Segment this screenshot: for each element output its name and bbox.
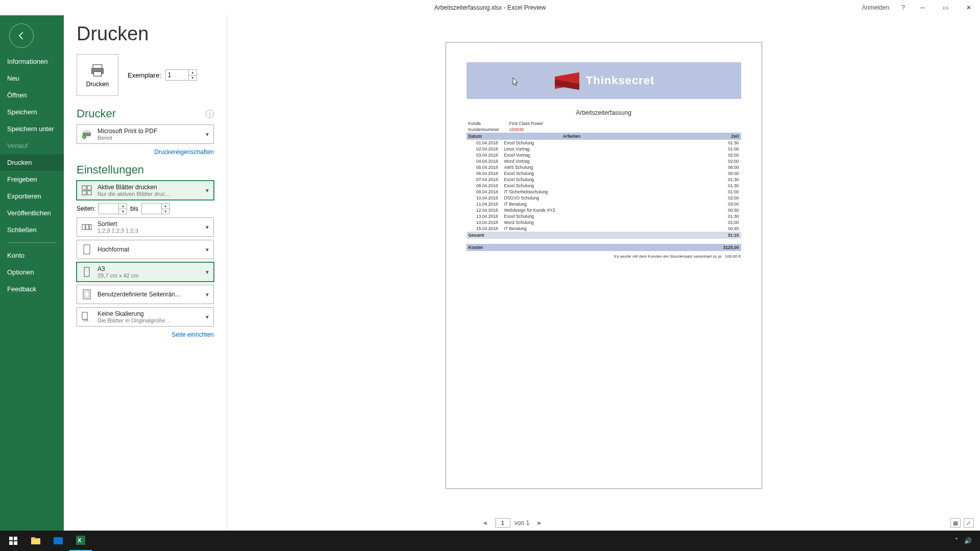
svg-rect-5 xyxy=(84,130,90,133)
sidebar-item-open[interactable]: Öffnen xyxy=(0,87,64,104)
scale-icon: 100 xyxy=(80,310,93,323)
page-setup-link[interactable]: Seite einrichten xyxy=(172,331,214,338)
svg-rect-18 xyxy=(82,312,87,319)
window-title: Arbeitszeiterfassung.xlsx - Excel Previe… xyxy=(434,4,546,11)
printer-info-icon[interactable]: i xyxy=(206,110,214,118)
svg-rect-12 xyxy=(86,224,89,230)
portrait-icon xyxy=(80,243,93,256)
chevron-down-icon: ▼ xyxy=(204,314,210,320)
svg-rect-9 xyxy=(82,191,86,195)
copies-down[interactable]: ▼ xyxy=(189,75,197,81)
table-row: 10.04.2018DSGVO Schulung02:00 xyxy=(467,195,741,201)
backstage-sidebar: Informationen Neu Öffnen Speichern Speic… xyxy=(0,15,64,531)
table-row: 04.04.2018Word Vortrag02:00 xyxy=(467,158,741,164)
sidebar-item-options[interactable]: Optionen xyxy=(0,264,64,281)
help-button[interactable]: ? xyxy=(895,4,911,11)
sidebar-item-publish[interactable]: Veröffentlichen xyxy=(0,205,64,221)
doc-title: Arbeitszeiterfassung xyxy=(467,109,741,116)
chevron-down-icon: ▼ xyxy=(204,188,210,193)
taskbar: X ˄ 🔊 xyxy=(0,531,980,551)
table-row: 12.04.2018Webdesign für Kunde XYZ00:30 xyxy=(467,207,741,213)
sidebar-item-new[interactable]: Neu xyxy=(0,70,64,87)
file-explorer-icon[interactable] xyxy=(24,531,47,551)
copies-input[interactable] xyxy=(166,70,189,80)
table-row: 09.04.2018IT Sicherheitsschulung01:00 xyxy=(467,189,741,195)
sidebar-item-history: Verlauf xyxy=(0,137,64,154)
svg-rect-21 xyxy=(14,537,17,540)
page-number-input[interactable] xyxy=(495,518,510,528)
maximize-button[interactable]: ▭ xyxy=(934,0,957,15)
scaling-dropdown[interactable]: 100 Keine SkalierungDie Blätter in Origi… xyxy=(77,307,214,327)
start-button[interactable] xyxy=(2,531,24,551)
close-button[interactable]: ✕ xyxy=(957,0,980,15)
copies-spinner[interactable]: ▲▼ xyxy=(165,69,197,81)
table-row: 13.04.2018Excel Schulung01:30 xyxy=(467,213,741,219)
printer-dropdown[interactable]: Microsoft Print to PDFBereit ▼ xyxy=(77,124,214,144)
printer-properties-link[interactable]: Druckereigenschaften xyxy=(154,148,214,156)
pages-from-spinner[interactable]: ▲▼ xyxy=(99,203,127,214)
svg-rect-20 xyxy=(9,537,13,540)
tray-volume-icon[interactable]: 🔊 xyxy=(961,537,975,544)
sidebar-item-share[interactable]: Freigeben xyxy=(0,171,64,188)
orientation-dropdown[interactable]: Hochformat ▼ xyxy=(77,240,214,259)
svg-rect-25 xyxy=(31,537,35,539)
copies-up[interactable]: ▲ xyxy=(189,70,197,75)
sidebar-item-print[interactable]: Drucken xyxy=(0,154,64,171)
show-margins-button[interactable]: ▦ xyxy=(950,518,961,528)
next-page-button[interactable]: ► xyxy=(533,518,546,528)
svg-rect-22 xyxy=(9,541,13,545)
title-bar: Arbeitszeiterfassung.xlsx - Excel Previe… xyxy=(0,0,980,15)
panel-title: Drucken xyxy=(77,23,214,45)
margins-dropdown[interactable]: Benutzerdefinierte Seitenrän… ▼ xyxy=(77,285,214,304)
chevron-down-icon: ▼ xyxy=(204,247,210,253)
svg-rect-7 xyxy=(82,186,86,190)
sidebar-item-export[interactable]: Exportieren xyxy=(0,188,64,205)
svg-text:X: X xyxy=(78,537,82,543)
sheets-icon xyxy=(80,184,93,197)
page-preview: Thinksecret Arbeitszeiterfassung KundeFi… xyxy=(446,42,762,489)
table-row: 08.04.2018Excel Schulung01:30 xyxy=(467,183,741,189)
sidebar-item-info[interactable]: Informationen xyxy=(0,53,64,70)
sidebar-item-account[interactable]: Konto xyxy=(0,247,64,264)
taskbar-excel-icon[interactable]: X xyxy=(69,531,92,551)
preview-area: Thinksecret Arbeitszeiterfassung KundeFi… xyxy=(227,15,980,531)
pages-label: Seiten: xyxy=(77,205,95,212)
svg-rect-2 xyxy=(94,71,102,76)
printer-icon xyxy=(80,128,93,141)
svg-rect-17 xyxy=(85,291,89,297)
chevron-down-icon: ▼ xyxy=(204,269,210,275)
table-row: 03.04.2018Excel Vortrag02:00 xyxy=(467,152,741,158)
settings-heading: Einstellungen xyxy=(77,163,144,177)
table-row: 11.04.2018IT Beratung03:00 xyxy=(467,201,741,207)
chevron-down-icon: ▼ xyxy=(204,224,210,230)
svg-rect-0 xyxy=(93,64,102,68)
copies-label: Exemplare: xyxy=(128,71,161,79)
paper-size-dropdown[interactable]: A329,7 cm x 42 cm ▼ xyxy=(77,262,214,282)
sidebar-item-feedback[interactable]: Feedback xyxy=(0,281,64,297)
sidebar-item-saveas[interactable]: Speichern unter xyxy=(0,120,64,137)
zoom-page-button[interactable]: ⤢ xyxy=(964,518,974,528)
chevron-down-icon: ▼ xyxy=(204,132,210,137)
taskbar-app-icon[interactable] xyxy=(47,531,69,551)
minimize-button[interactable]: ─ xyxy=(911,0,934,15)
page-icon xyxy=(80,265,93,279)
svg-rect-14 xyxy=(84,245,90,254)
svg-rect-15 xyxy=(84,267,89,277)
pages-to-spinner[interactable]: ▲▼ xyxy=(141,203,170,214)
print-what-dropdown[interactable]: Aktive Blätter druckenNur die aktiven Bl… xyxy=(77,181,214,200)
sidebar-separator xyxy=(7,242,57,243)
svg-rect-11 xyxy=(82,224,85,230)
doc-banner: Thinksecret xyxy=(467,62,741,99)
sidebar-item-save[interactable]: Speichern xyxy=(0,104,64,120)
printer-icon xyxy=(89,63,106,78)
svg-rect-26 xyxy=(54,537,63,544)
sign-in-link[interactable]: Anmelden xyxy=(855,4,895,11)
collate-dropdown[interactable]: Sortiert1;2;3 1;2;3 1;2;3 ▼ xyxy=(77,217,214,237)
sidebar-item-close[interactable]: Schließen xyxy=(0,221,64,238)
print-button[interactable]: Drucken xyxy=(77,54,118,96)
back-button[interactable] xyxy=(9,23,34,48)
table-row: 02.04.2018Linux Vortrag01:00 xyxy=(467,146,741,152)
table-row: 01.04.2018Excel Schulung01:30 xyxy=(467,140,741,146)
prev-page-button[interactable]: ◄ xyxy=(479,518,491,528)
tray-chevron-icon[interactable]: ˄ xyxy=(952,537,961,544)
